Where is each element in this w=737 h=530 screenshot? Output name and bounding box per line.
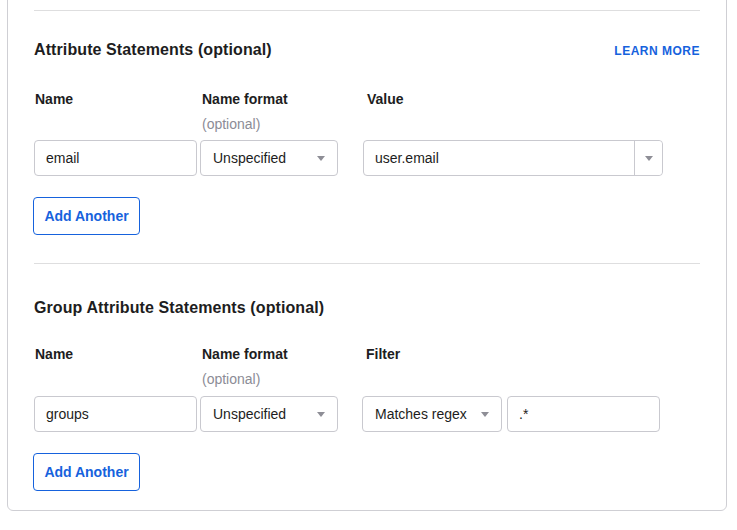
attr-col-name-format-optional-label: (optional) — [202, 116, 260, 132]
group-col-filter-label: Filter — [366, 346, 400, 362]
attribute-statements-heading: Attribute Statements (optional) — [34, 41, 272, 59]
group-filter-value-input[interactable] — [507, 396, 660, 432]
section-divider-top — [34, 10, 700, 11]
chevron-down-icon — [317, 156, 325, 161]
group-col-name-format-label: Name format — [202, 346, 288, 362]
group-attribute-statements-heading: Group Attribute Statements (optional) — [34, 299, 324, 317]
chevron-down-icon — [645, 156, 653, 161]
learn-more-link[interactable]: LEARN MORE — [614, 44, 700, 58]
group-add-another-button[interactable]: Add Another — [33, 453, 140, 491]
saml-settings-panel: Attribute Statements (optional) LEARN MO… — [0, 0, 737, 530]
group-col-name-label: Name — [35, 346, 73, 362]
group-name-input[interactable] — [34, 396, 197, 432]
settings-card — [7, 0, 727, 511]
attr-col-name-label: Name — [35, 91, 73, 107]
attr-name-format-selected-value: Unspecified — [213, 150, 286, 166]
attr-value-input[interactable] — [364, 141, 634, 175]
chevron-down-icon — [317, 412, 325, 417]
attr-name-input[interactable] — [34, 140, 197, 176]
attr-value-combobox[interactable] — [363, 140, 663, 176]
group-col-name-format-optional-label: (optional) — [202, 371, 260, 387]
attr-col-value-label: Value — [367, 91, 404, 107]
attr-name-format-select[interactable]: Unspecified — [200, 140, 338, 176]
group-name-format-select[interactable]: Unspecified — [200, 396, 338, 432]
group-filter-type-select[interactable]: Matches regex — [362, 396, 502, 432]
group-filter-type-selected-value: Matches regex — [375, 406, 467, 422]
attr-value-dropdown-toggle[interactable] — [634, 141, 662, 175]
attr-col-name-format-label: Name format — [202, 91, 288, 107]
group-name-format-selected-value: Unspecified — [213, 406, 286, 422]
chevron-down-icon — [481, 412, 489, 417]
attr-add-another-button[interactable]: Add Another — [33, 197, 140, 235]
section-divider-middle — [34, 263, 700, 264]
